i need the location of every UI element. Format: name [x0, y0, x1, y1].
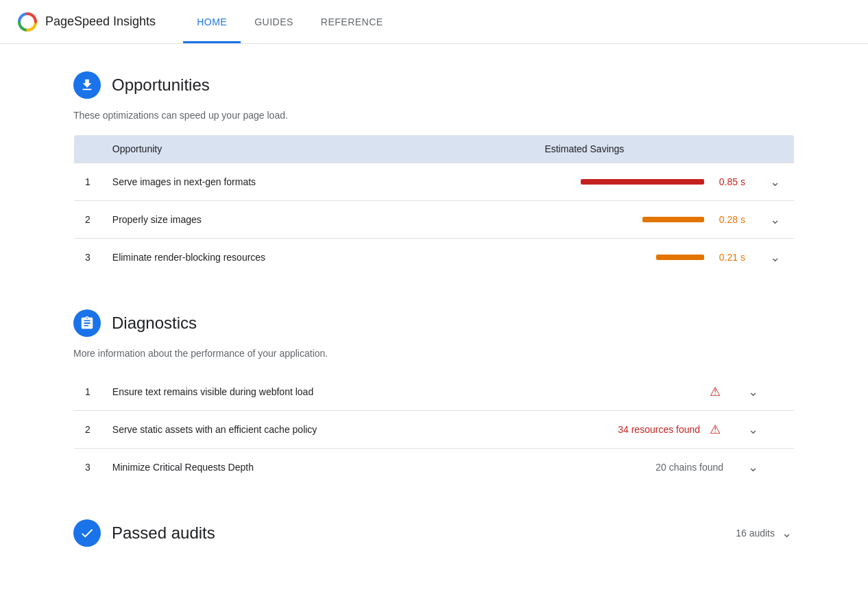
row-expand-cell: ⌄ — [756, 201, 795, 239]
nav-guides[interactable]: GUIDES — [241, 0, 307, 43]
row-label: Eliminate render-blocking resources — [101, 239, 534, 276]
passed-audits-left: Passed audits — [73, 519, 215, 547]
diagnostics-desc: More information about the performance o… — [73, 348, 795, 359]
row-expand-button[interactable]: ⌄ — [745, 383, 761, 401]
diagnostic-row: 2 Serve static assets with an efficient … — [74, 411, 795, 449]
checkmark-icon — [80, 526, 95, 541]
diagnostics-title: Diagnostics — [112, 314, 197, 333]
row-status: ⚠ — [533, 373, 734, 411]
main-nav: HOME GUIDES REFERENCE — [183, 0, 397, 43]
col-header-savings: Estimated Savings — [533, 135, 756, 163]
diagnostic-row: 1 Ensure text remains visible during web… — [74, 373, 795, 411]
row-savings: 0.21 s — [533, 239, 756, 276]
row-label: Ensure text remains visible during webfo… — [101, 373, 534, 411]
row-expand-cell: ⌄ — [734, 373, 794, 411]
app-header: PageSpeed Insights HOME GUIDES REFERENCE — [0, 0, 868, 44]
diagnostics-icon — [73, 309, 101, 337]
savings-value: 0.28 s — [711, 214, 745, 225]
passed-audits-section: Passed audits 16 audits ⌄ — [73, 519, 795, 547]
col-header-expand — [756, 135, 795, 163]
passed-audits-icon — [73, 519, 101, 547]
warning-icon: ⚠ — [710, 422, 721, 437]
row-num: 2 — [74, 201, 101, 239]
app-title: PageSpeed Insights — [45, 14, 156, 29]
row-num: 1 — [74, 373, 101, 411]
row-expand-cell: ⌄ — [734, 449, 794, 486]
row-savings: 0.85 s — [533, 163, 756, 201]
row-expand-button[interactable]: ⌄ — [767, 248, 783, 266]
diagnostics-svg-icon — [80, 316, 95, 331]
opportunities-svg-icon — [80, 78, 95, 93]
col-header-num — [74, 135, 101, 163]
row-expand-cell: ⌄ — [756, 163, 795, 201]
row-label: Serve static assets with an efficient ca… — [101, 411, 534, 449]
opportunities-header: Opportunities — [73, 71, 795, 99]
savings-bar — [656, 255, 704, 260]
row-label: Properly size images — [101, 201, 534, 239]
nav-home[interactable]: HOME — [183, 0, 241, 43]
row-expand-button[interactable]: ⌄ — [745, 458, 761, 476]
row-expand-cell: ⌄ — [756, 239, 795, 276]
logo-area: PageSpeed Insights — [16, 11, 156, 33]
savings-bar — [642, 217, 704, 222]
diagnostics-section: Diagnostics More information about the p… — [73, 309, 795, 486]
opportunities-table: Opportunity Estimated Savings 1 Serve im… — [73, 134, 795, 276]
opportunity-row: 3 Eliminate render-blocking resources 0.… — [74, 239, 795, 276]
row-expand-button[interactable]: ⌄ — [745, 421, 761, 438]
row-num: 2 — [74, 411, 101, 449]
passed-audits-row: Passed audits 16 audits ⌄ — [73, 519, 795, 547]
opportunities-table-header-row: Opportunity Estimated Savings — [74, 135, 795, 163]
opportunities-desc: These optimizations can speed up your pa… — [73, 110, 795, 121]
row-expand-button[interactable]: ⌄ — [767, 173, 783, 191]
passed-audits-count: 16 audits ⌄ — [736, 524, 795, 542]
row-num: 3 — [74, 449, 101, 486]
diagnostic-row: 3 Minimize Critical Requests Depth 20 ch… — [74, 449, 795, 486]
savings-value: 0.85 s — [711, 176, 745, 187]
savings-bar — [581, 179, 704, 185]
passed-audits-expand-button[interactable]: ⌄ — [779, 524, 795, 542]
diagnostics-table: 1 Ensure text remains visible during web… — [73, 373, 795, 486]
row-num: 3 — [74, 239, 101, 276]
row-expand-button[interactable]: ⌄ — [767, 211, 783, 228]
passed-audits-title: Passed audits — [112, 523, 215, 543]
opportunity-row: 1 Serve images in next-gen formats 0.85 … — [74, 163, 795, 201]
opportunities-section: Opportunities These optimizations can sp… — [73, 71, 795, 276]
row-label: Minimize Critical Requests Depth — [101, 449, 534, 486]
opportunities-title: Opportunities — [112, 75, 210, 95]
diagnostics-header: Diagnostics — [73, 309, 795, 337]
opportunities-icon — [73, 71, 101, 99]
warning-icon: ⚠ — [710, 384, 721, 399]
row-savings: 0.28 s — [533, 201, 756, 239]
savings-value: 0.21 s — [711, 252, 745, 263]
opportunity-row: 2 Properly size images 0.28 s ⌄ — [74, 201, 795, 239]
col-header-opportunity: Opportunity — [101, 135, 534, 163]
nav-reference[interactable]: REFERENCE — [307, 0, 397, 43]
row-status: 34 resources found ⚠ — [533, 411, 734, 449]
app-logo — [16, 11, 38, 33]
row-status: 20 chains found — [533, 449, 734, 486]
row-num: 1 — [74, 163, 101, 201]
chains-found-label: 20 chains found — [655, 462, 723, 473]
resources-found-label: 34 resources found — [618, 424, 700, 435]
passed-audits-count-label: 16 audits — [736, 528, 775, 539]
row-label: Serve images in next-gen formats — [101, 163, 534, 201]
main-content: Opportunities These optimizations can sp… — [57, 44, 811, 601]
row-expand-cell: ⌄ — [734, 411, 794, 449]
